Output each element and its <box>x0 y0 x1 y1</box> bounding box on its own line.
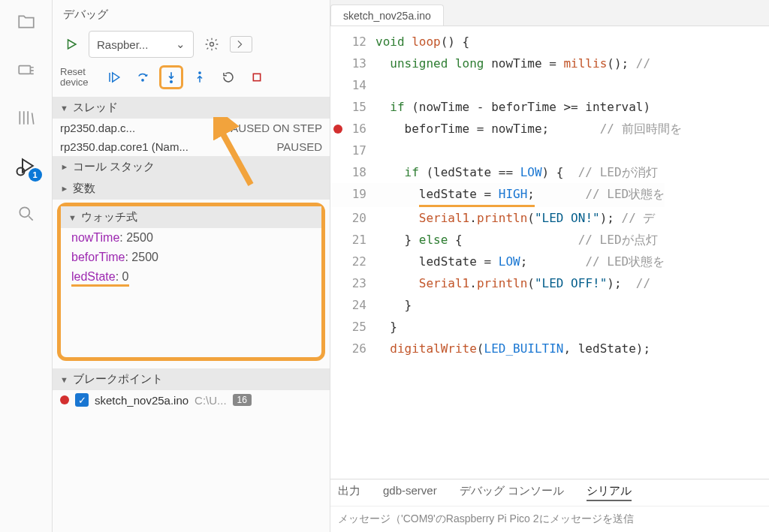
code-line[interactable]: 26 digitalWrite(LED_BUILTIN, ledState); <box>330 338 769 359</box>
debug-console-button[interactable] <box>230 36 252 53</box>
output-panel-tabs: 出力 gdb-server デバッグ コンソール シリアル <box>330 479 769 506</box>
thread-item[interactable]: rp2350.dap.core1 (Nam... PAUSED <box>53 137 330 156</box>
chevron-right-icon: ▼ <box>59 163 68 171</box>
code-line[interactable]: 23 Serial1.println("LED OFF!"); // <box>330 272 769 294</box>
boards-icon[interactable] <box>14 57 39 83</box>
step-out-button[interactable] <box>188 65 212 89</box>
chevron-right-icon: ▼ <box>59 185 68 193</box>
serial-tab[interactable]: シリアル <box>587 484 632 501</box>
chevron-down-icon: ⌄ <box>176 38 185 51</box>
step-over-button[interactable] <box>131 65 155 89</box>
output-tab[interactable]: 出力 <box>338 484 360 501</box>
code-line[interactable]: 14 <box>330 74 769 96</box>
breakpoint-checkbox[interactable]: ✓ <box>75 393 89 407</box>
chevron-down-icon: ▼ <box>60 104 68 113</box>
search-icon[interactable] <box>14 201 39 227</box>
watch-highlight-box: ▼ ウォッチ式 nowTime: 2500 beforTime: 2500 le… <box>57 203 325 361</box>
config-select[interactable]: Raspber... ⌄ <box>89 31 194 58</box>
editor-tab[interactable]: sketch_nov25a.ino <box>330 5 444 26</box>
code-line[interactable]: 12void loop() { <box>330 31 769 53</box>
code-line[interactable]: 22 ledState = LOW; // LED状態を <box>330 251 769 272</box>
reset-device-label: Resetdevice <box>60 67 98 89</box>
stop-button[interactable] <box>245 65 269 89</box>
watch-item[interactable]: ledState: 0 <box>61 267 321 290</box>
chevron-down-icon: ▼ <box>60 375 68 384</box>
breakpoints-section-header[interactable]: ▼ ブレークポイント <box>53 368 330 390</box>
code-line[interactable]: 16 beforTime = nowTime; // 前回時間を <box>330 118 769 140</box>
breakpoint-dot-icon[interactable] <box>333 125 342 134</box>
folder-icon[interactable] <box>14 9 39 35</box>
code-line[interactable]: 15 if (nowTime - beforTime >= interval) <box>330 96 769 118</box>
code-line[interactable]: 18 if (ledState == LOW) { // LEDが消灯 <box>330 161 769 183</box>
chevron-down-icon: ▼ <box>68 213 77 222</box>
svg-rect-0 <box>19 66 30 74</box>
config-select-label: Raspber... <box>97 38 148 51</box>
debug-badge: 1 <box>29 168 42 182</box>
editor-area: sketch_nov25a.ino 12void loop() {13 unsi… <box>330 0 769 532</box>
callstack-section-header[interactable]: ▼ コール スタック <box>53 156 330 178</box>
editor-tab-bar: sketch_nov25a.ino <box>330 0 769 26</box>
serial-message-input[interactable]: メッセージ（'COM9'のRaspberry Pi Pico 2にメッセージを送… <box>330 506 769 532</box>
activity-bar: 1 <box>0 0 53 532</box>
svg-point-4 <box>142 80 143 81</box>
gdb-server-tab[interactable]: gdb-server <box>383 484 437 501</box>
threads-section-header[interactable]: ▼ スレッド <box>53 97 330 119</box>
code-line[interactable]: 13 unsigned long nowTime = millis(); // <box>330 53 769 74</box>
sidebar-title: デバッグ <box>53 0 330 26</box>
code-line[interactable]: 19 ledState = HIGH; // LED状態を <box>330 183 769 207</box>
code-line[interactable]: 17 <box>330 140 769 161</box>
thread-item[interactable]: rp2350.dap.c... PAUSED ON STEP <box>53 119 330 137</box>
debug-step-toolbar: Resetdevice <box>53 62 330 97</box>
svg-rect-7 <box>253 74 260 80</box>
svg-point-5 <box>170 81 172 83</box>
restart-button[interactable] <box>216 65 240 89</box>
code-line[interactable]: 21 } else { // LEDが点灯 <box>330 229 769 251</box>
debug-config-row: Raspber... ⌄ <box>53 26 330 62</box>
svg-point-6 <box>199 72 201 74</box>
svg-point-2 <box>20 207 29 217</box>
watch-section-header[interactable]: ▼ ウォッチ式 <box>61 206 321 228</box>
debug-console-tab[interactable]: デバッグ コンソール <box>460 484 564 501</box>
code-line[interactable]: 20 Serial1.println("LED ON!"); // デ <box>330 207 769 229</box>
code-editor[interactable]: 12void loop() {13 unsigned long nowTime … <box>330 26 769 479</box>
code-line[interactable]: 24 } <box>330 294 769 316</box>
breakpoint-item[interactable]: ✓ sketch_nov25a.ino C:\U... 16 <box>53 390 330 410</box>
library-icon[interactable] <box>14 105 39 131</box>
breakpoint-dot-icon <box>60 395 69 404</box>
svg-point-3 <box>210 43 214 47</box>
start-debug-button[interactable] <box>60 35 83 54</box>
watch-item[interactable]: beforTime: 2500 <box>61 248 321 267</box>
variables-section-header[interactable]: ▼ 変数 <box>53 178 330 200</box>
debug-sidebar: デバッグ Raspber... ⌄ Resetdevice ▼ スレッド rp2… <box>53 0 330 532</box>
step-into-button[interactable] <box>159 65 183 89</box>
continue-button[interactable] <box>102 65 126 89</box>
settings-gear-icon[interactable] <box>200 34 224 55</box>
debug-icon[interactable]: 1 <box>14 153 39 179</box>
code-line[interactable]: 25 } <box>330 316 769 338</box>
breakpoint-line-badge: 16 <box>233 394 252 406</box>
watch-item[interactable]: nowTime: 2500 <box>61 228 321 248</box>
